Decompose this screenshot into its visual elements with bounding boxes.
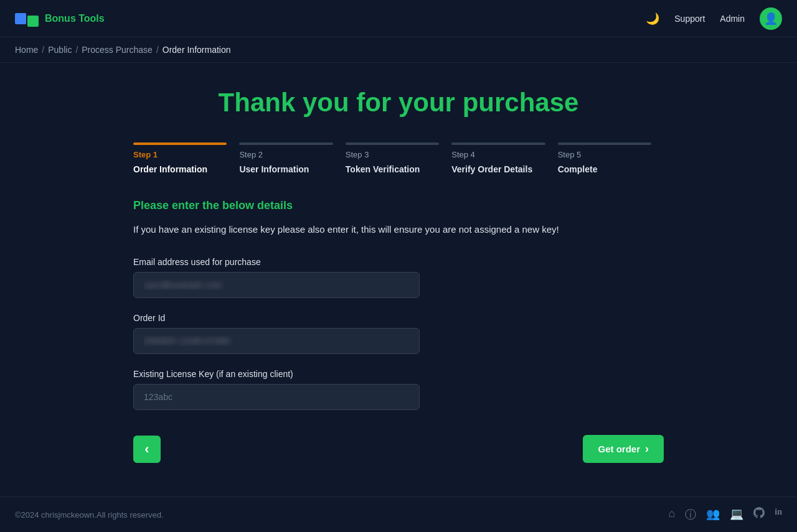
- logo-blue-square: [15, 13, 26, 24]
- support-link[interactable]: Support: [674, 14, 705, 24]
- dark-mode-toggle[interactable]: 🌙: [646, 12, 659, 26]
- step-5-bar: [558, 142, 651, 145]
- breadcrumb: Home / Public / Process Purchase / Order…: [0, 37, 797, 63]
- github-icon[interactable]: [753, 507, 765, 522]
- header-right: 🌙 Support Admin 👤: [646, 7, 782, 30]
- back-chevron-icon: ‹: [144, 441, 149, 457]
- email-label: Email address used for purchase: [133, 257, 664, 267]
- step-3: Step 3 Token Verification: [346, 142, 451, 174]
- logo-green-square: [27, 16, 39, 27]
- admin-link[interactable]: Admin: [720, 14, 745, 24]
- moon-icon: 🌙: [646, 12, 659, 26]
- breadcrumb-home[interactable]: Home: [15, 45, 38, 55]
- header: Bonus Tools 🌙 Support Admin 👤: [0, 0, 797, 37]
- monitor-icon[interactable]: 💻: [730, 507, 743, 522]
- email-input[interactable]: [133, 272, 420, 298]
- footer: ©2024 chrisjmckeown.All rights reserved.…: [0, 497, 797, 532]
- linkedin-icon[interactable]: in: [775, 507, 782, 522]
- get-order-label: Get order: [598, 444, 640, 454]
- step-5-name: Complete: [558, 164, 651, 174]
- step-5: Step 5 Complete: [558, 142, 664, 174]
- step-1-name: Order Information: [133, 164, 227, 174]
- back-button[interactable]: ‹: [133, 436, 161, 463]
- get-order-button[interactable]: Get order ›: [583, 435, 664, 463]
- step-2-bar: [239, 142, 332, 145]
- step-2-name: User Information: [239, 164, 332, 174]
- step-2-label: Step 2: [239, 150, 332, 159]
- breadcrumb-order-information: Order Information: [163, 45, 231, 55]
- step-4-label: Step 4: [451, 150, 545, 159]
- main-content: Thank you for your purchase Step 1 Order…: [118, 63, 679, 497]
- home-icon[interactable]: ⌂: [668, 507, 675, 522]
- step-4-bar: [451, 142, 545, 145]
- step-3-label: Step 3: [346, 150, 439, 159]
- step-3-bar: [346, 142, 439, 145]
- page-title: Thank you for your purchase: [133, 88, 664, 118]
- breadcrumb-sep-3: /: [156, 45, 159, 55]
- steps-container: Step 1 Order Information Step 2 User Inf…: [133, 142, 664, 174]
- step-3-name: Token Verification: [346, 164, 439, 174]
- breadcrumb-process-purchase[interactable]: Process Purchase: [82, 45, 153, 55]
- step-2: Step 2 User Information: [239, 142, 345, 174]
- step-1-bar: [133, 142, 227, 145]
- users-icon[interactable]: 👥: [706, 507, 720, 522]
- button-row: ‹ Get order ›: [133, 435, 664, 463]
- email-field-group: Email address used for purchase: [133, 257, 664, 298]
- step-1: Step 1 Order Information: [133, 142, 239, 174]
- step-5-label: Step 5: [558, 150, 651, 159]
- avatar[interactable]: 👤: [760, 7, 782, 30]
- info-icon[interactable]: ⓘ: [685, 507, 696, 522]
- step-1-label: Step 1: [133, 150, 227, 159]
- step-4: Step 4 Verify Order Details: [451, 142, 557, 174]
- section-title: Please enter the below details: [133, 199, 664, 212]
- footer-copyright: ©2024 chrisjmckeown.All rights reserved.: [15, 510, 164, 520]
- breadcrumb-public[interactable]: Public: [48, 45, 72, 55]
- license-key-input[interactable]: [133, 384, 420, 410]
- avatar-icon: 👤: [764, 12, 778, 26]
- order-id-label: Order Id: [133, 313, 664, 323]
- license-key-field-group: Existing License Key (if an existing cli…: [133, 369, 664, 410]
- logo-icon: [15, 9, 40, 29]
- logo-area: Bonus Tools: [15, 9, 105, 29]
- order-id-input[interactable]: [133, 328, 420, 354]
- logo-text: Bonus Tools: [45, 13, 105, 24]
- next-chevron-icon: ›: [645, 442, 649, 455]
- step-4-name: Verify Order Details: [451, 164, 545, 174]
- breadcrumb-sep-2: /: [75, 45, 78, 55]
- license-key-label: Existing License Key (if an existing cli…: [133, 369, 664, 379]
- footer-icons: ⌂ ⓘ 👥 💻 in: [668, 507, 782, 522]
- breadcrumb-sep-1: /: [42, 45, 44, 55]
- order-id-field-group: Order Id: [133, 313, 664, 354]
- section-description: If you have an existing license key plea…: [133, 222, 664, 237]
